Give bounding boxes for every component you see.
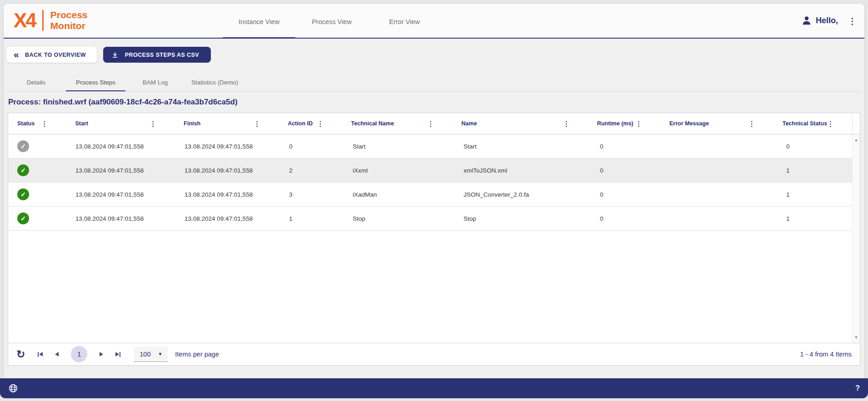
column-menu-kebab-icon[interactable]: ⋮ bbox=[427, 120, 434, 127]
refresh-icon[interactable]: ↻ bbox=[16, 349, 25, 360]
status-check-green-icon: ✓ bbox=[17, 164, 29, 176]
pager-nav: 1 bbox=[38, 346, 120, 362]
column-menu-kebab-icon[interactable]: ⋮ bbox=[41, 120, 48, 127]
detail-tabs-divider bbox=[6, 91, 862, 92]
double-chevron-left-icon: « bbox=[14, 50, 19, 59]
cell-action-id: 0 bbox=[280, 143, 344, 150]
product-name: Process Monitor bbox=[50, 10, 88, 31]
column-menu-kebab-icon[interactable]: ⋮ bbox=[827, 120, 834, 127]
column-header-action-id: Action ID⋮ bbox=[279, 113, 342, 134]
status-check-green-icon: ✓ bbox=[17, 188, 29, 200]
current-page-button[interactable]: 1 bbox=[71, 346, 87, 362]
product-name-line1: Process bbox=[50, 10, 88, 20]
toolbar: « BACK TO OVERVIEW PROCESS STEPS AS CSV bbox=[6, 47, 211, 63]
cell-action-id: 2 bbox=[280, 167, 344, 174]
column-header-error-message: Error Message⋮ bbox=[660, 113, 773, 134]
nav-tab-error-view[interactable]: Error View bbox=[368, 4, 441, 38]
items-range-label: 1 - 4 from 4 Items bbox=[800, 351, 852, 358]
column-title-name[interactable]: Name bbox=[461, 120, 477, 127]
grid-header-row: Status⋮Start⋮Finish⋮Action ID⋮Technical … bbox=[8, 113, 860, 134]
column-menu-kebab-icon[interactable]: ⋮ bbox=[635, 120, 642, 127]
cell-action-id: 3 bbox=[280, 191, 344, 198]
main-nav-tabs: Instance ViewProcess ViewError View bbox=[223, 4, 441, 38]
cell-action-id: 1 bbox=[280, 215, 344, 222]
cell-status: ✓ bbox=[8, 213, 66, 224]
column-title-technical-name[interactable]: Technical Name bbox=[351, 120, 394, 127]
table-row[interactable]: ✓13.08.2024 09:47:01,55813.08.2024 09:47… bbox=[8, 183, 852, 207]
nav-tab-instance-view[interactable]: Instance View bbox=[223, 4, 295, 38]
globe-icon[interactable] bbox=[8, 383, 18, 393]
tab-details[interactable]: Details bbox=[6, 73, 66, 92]
items-per-page-label: Items per page bbox=[175, 351, 219, 358]
column-title-runtime-ms[interactable]: Runtime (ms) bbox=[597, 120, 634, 127]
user-greeting-label: Hello, bbox=[816, 16, 838, 25]
grid-body: ✓13.08.2024 09:47:01,55813.08.2024 09:47… bbox=[8, 134, 860, 343]
column-menu-kebab-icon[interactable]: ⋮ bbox=[748, 120, 755, 127]
page-size-value: 100 bbox=[140, 351, 150, 358]
header-scrollbar-spacer bbox=[852, 113, 860, 134]
column-header-finish: Finish⋮ bbox=[175, 113, 279, 134]
next-page-button[interactable] bbox=[100, 352, 103, 356]
column-header-runtime-ms: Runtime (ms)⋮ bbox=[588, 113, 660, 134]
column-menu-kebab-icon[interactable]: ⋮ bbox=[150, 120, 156, 127]
column-header-start: Start⋮ bbox=[66, 113, 175, 134]
cell-technical-status: 0 bbox=[777, 143, 852, 150]
tab-process-steps[interactable]: Process Steps bbox=[66, 73, 125, 92]
column-title-technical-status[interactable]: Technical Status bbox=[783, 120, 827, 127]
cell-technical-name: iXadMan bbox=[344, 191, 454, 198]
cell-start: 13.08.2024 09:47:01,558 bbox=[66, 191, 175, 198]
scroll-up-icon[interactable]: ▲ bbox=[853, 138, 860, 142]
column-title-error-message[interactable]: Error Message bbox=[669, 120, 709, 127]
header-menu-kebab-icon[interactable]: ⋮ bbox=[848, 16, 857, 26]
app-footer: ? bbox=[0, 378, 868, 398]
cell-name: JSON_Converter_2.0.fa bbox=[454, 191, 591, 198]
caret-down-icon: ▼ bbox=[158, 351, 162, 356]
cell-start: 13.08.2024 09:47:01,558 bbox=[66, 215, 175, 222]
x4-logo-mark: X4 bbox=[14, 10, 35, 30]
process-monitor-app: X4 Process Monitor Instance ViewProcess … bbox=[0, 0, 868, 401]
table-row[interactable]: ✓13.08.2024 09:47:01,55813.08.2024 09:47… bbox=[8, 207, 852, 231]
tab-statistics-demo[interactable]: Statistics (Demo) bbox=[185, 73, 244, 92]
column-menu-kebab-icon[interactable]: ⋮ bbox=[254, 120, 260, 127]
cell-technical-status: 1 bbox=[777, 191, 852, 198]
logo-divider bbox=[42, 10, 44, 31]
cell-technical-status: 1 bbox=[777, 215, 852, 222]
tab-bam-log[interactable]: BAM Log bbox=[125, 73, 185, 92]
user-icon bbox=[801, 15, 812, 26]
cell-finish: 13.08.2024 09:47:01,558 bbox=[175, 167, 280, 174]
column-title-start[interactable]: Start bbox=[75, 120, 88, 127]
back-button-label: BACK TO OVERVIEW bbox=[25, 52, 86, 58]
page-size-select[interactable]: 100 ▼ bbox=[134, 347, 168, 362]
column-menu-kebab-icon[interactable]: ⋮ bbox=[317, 120, 324, 127]
column-menu-kebab-icon[interactable]: ⋮ bbox=[563, 120, 570, 127]
cell-technical-status: 1 bbox=[777, 167, 852, 174]
x4-logo: X4 Process Monitor bbox=[14, 10, 88, 31]
cell-name: xmlToJSON.xml bbox=[454, 167, 591, 174]
column-header-technical-name: Technical Name⋮ bbox=[342, 113, 453, 134]
back-to-overview-button[interactable]: « BACK TO OVERVIEW bbox=[6, 47, 97, 63]
cell-technical-name: Start bbox=[344, 143, 454, 150]
process-steps-grid: Status⋮Start⋮Finish⋮Action ID⋮Technical … bbox=[8, 113, 860, 366]
cell-status: ✓ bbox=[8, 164, 66, 176]
nav-tab-process-view[interactable]: Process View bbox=[295, 4, 368, 38]
app-header: X4 Process Monitor Instance ViewProcess … bbox=[4, 4, 864, 39]
cell-start: 13.08.2024 09:47:01,558 bbox=[66, 167, 175, 174]
table-row[interactable]: ✓13.08.2024 09:47:01,55813.08.2024 09:47… bbox=[8, 158, 852, 183]
status-check-gray-icon: ✓ bbox=[17, 140, 29, 152]
scroll-down-icon[interactable]: ▼ bbox=[853, 335, 860, 340]
table-row[interactable]: ✓13.08.2024 09:47:01,55813.08.2024 09:47… bbox=[8, 134, 852, 158]
column-header-technical-status: Technical Status⋮ bbox=[773, 113, 852, 134]
last-page-button[interactable] bbox=[115, 352, 120, 357]
page-title: Process: finished.wrf (aaf90609-18cf-4c2… bbox=[8, 98, 238, 107]
vertical-scrollbar[interactable]: ▲ ▼ bbox=[852, 134, 860, 343]
column-title-status[interactable]: Status bbox=[17, 120, 35, 127]
first-page-button[interactable] bbox=[38, 352, 43, 357]
process-steps-csv-button[interactable]: PROCESS STEPS AS CSV bbox=[103, 47, 211, 63]
user-greeting-area[interactable]: Hello, bbox=[801, 15, 838, 26]
column-title-action-id[interactable]: Action ID bbox=[288, 120, 313, 127]
cell-runtime-ms: 0 bbox=[591, 191, 663, 198]
cell-runtime-ms: 0 bbox=[591, 143, 663, 150]
column-title-finish[interactable]: Finish bbox=[184, 120, 200, 127]
previous-page-button[interactable] bbox=[55, 352, 59, 356]
help-button[interactable]: ? bbox=[855, 384, 860, 392]
